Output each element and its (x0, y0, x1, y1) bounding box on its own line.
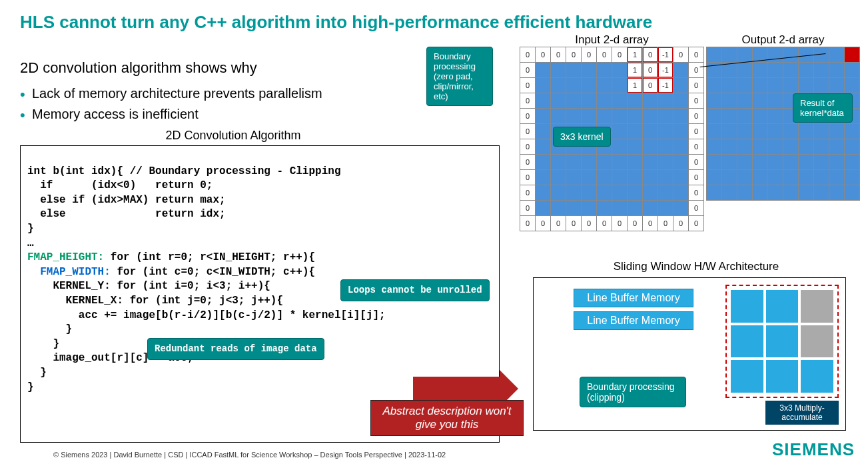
grid-cell (707, 78, 721, 93)
grid-cell (612, 93, 627, 108)
mac-node (731, 360, 763, 393)
input-array-title: Input 2-d array (520, 33, 704, 47)
grid-cell (722, 155, 737, 169)
grid-cell (829, 63, 844, 77)
callout-boundary: Boundary processing (zero pad, clip/mirr… (426, 47, 493, 106)
grid-cell (673, 170, 688, 185)
grid-cell (536, 124, 550, 139)
grid-cell (673, 201, 688, 215)
grid-cell: 0 (612, 47, 627, 62)
grid-cell (536, 109, 550, 123)
grid-cell (845, 124, 859, 139)
grid-cell (566, 109, 581, 123)
grid-cell (643, 185, 657, 200)
grid-cell: 0 (520, 155, 535, 169)
grid-cell (658, 170, 673, 185)
grid-cell (673, 124, 688, 139)
grid-cell: 0 (551, 216, 566, 231)
grid-cell (582, 155, 596, 169)
callout-loops: Loops cannot be unrolled (340, 279, 490, 301)
grid-cell: 0 (520, 78, 535, 93)
grid-cell: 0 (520, 201, 535, 215)
input-array: Input 2-d array 000000010-100010-10010-1… (520, 33, 704, 231)
grid-cell (628, 139, 642, 154)
grid-cell (799, 170, 813, 185)
grid-cell (673, 109, 688, 123)
grid-cell: -1 (658, 78, 673, 93)
grid-cell: 0 (520, 170, 535, 185)
code-line: } (27, 323, 72, 335)
code-line: if (idx<0) return 0; (27, 179, 213, 191)
grid-cell (643, 93, 657, 108)
grid-cell (551, 170, 566, 185)
mac-node (766, 325, 799, 358)
grid-cell: 0 (536, 47, 550, 62)
grid-cell (814, 124, 829, 139)
grid-cell: 0 (689, 93, 703, 108)
grid-cell: 1 (628, 63, 642, 77)
grid-cell (829, 124, 844, 139)
grid-cell (597, 201, 612, 215)
grid-cell (753, 109, 767, 123)
grid-cell (737, 93, 752, 108)
mac-node (766, 360, 799, 393)
grid-cell: 0 (520, 139, 535, 154)
grid-cell (829, 78, 844, 93)
grid-cell (551, 63, 566, 77)
grid-cell (673, 185, 688, 200)
grid-cell: 0 (582, 216, 596, 231)
grid-cell (597, 78, 612, 93)
callout-boundary-hw: Boundary processing (clipping) (580, 377, 686, 407)
grid-cell (829, 139, 844, 154)
grid-cell (722, 185, 737, 200)
grid-cell (768, 170, 783, 185)
grid-cell (783, 155, 798, 169)
grid-cell (845, 155, 859, 169)
grid-cell: 0 (566, 47, 581, 62)
grid-cell: 0 (520, 109, 535, 123)
mac-node (731, 290, 763, 323)
line-buffer: Line Buffer Memory (574, 311, 693, 330)
grid-cell (566, 78, 581, 93)
grid-cell (628, 170, 642, 185)
grid-cell (814, 63, 829, 77)
grid-cell (737, 185, 752, 200)
grid-cell (628, 93, 642, 108)
grid-cell (845, 47, 859, 62)
code-line: } (27, 223, 34, 235)
grid-cell (737, 78, 752, 93)
code-line: … (27, 237, 34, 249)
grid-cell (612, 155, 627, 169)
grid-cell (845, 78, 859, 93)
grid-cell (814, 78, 829, 93)
grid-cell (536, 170, 550, 185)
grid-cell (658, 93, 673, 108)
grid-cell (707, 139, 721, 154)
grid-cell (707, 170, 721, 185)
grid-cell (753, 124, 767, 139)
grid-cell (536, 201, 550, 215)
grid-cell (722, 93, 737, 108)
transition-arrow-icon (413, 377, 500, 401)
grid-cell: 0 (520, 124, 535, 139)
grid-cell (551, 155, 566, 169)
grid-cell (628, 109, 642, 123)
grid-cell: 0 (536, 216, 550, 231)
grid-cell: 0 (582, 47, 596, 62)
grid-cell (673, 78, 688, 93)
grid-cell (783, 170, 798, 185)
grid-cell (658, 124, 673, 139)
grid-cell (536, 93, 550, 108)
grid-cell (737, 155, 752, 169)
grid-cell (658, 109, 673, 123)
grid-cell: 1 (628, 47, 642, 62)
grid-cell (799, 155, 813, 169)
callout-kernel: 3x3 kernel (553, 127, 611, 147)
grid-cell: 0 (689, 78, 703, 93)
grid-cell: 0 (689, 201, 703, 215)
grid-cell (658, 155, 673, 169)
grid-cell (783, 185, 798, 200)
mac-node (766, 290, 799, 323)
grid-cell: 0 (566, 216, 581, 231)
grid-cell (673, 155, 688, 169)
